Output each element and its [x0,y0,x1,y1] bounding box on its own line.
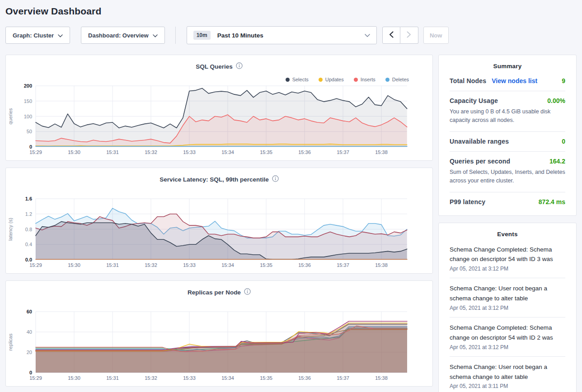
legend-dot-icon [354,78,358,82]
view-nodes-link[interactable]: View nodes list [492,77,537,84]
chevron-down-icon [153,32,158,39]
event-item[interactable]: Schema Change: User root began a schema … [450,278,565,317]
dashboard-content: SQL Queries SelectsUpdatesInsertsDeletes… [5,55,577,392]
legend-item[interactable]: Inserts [354,77,375,82]
stat-value: 0 [562,138,565,145]
info-icon[interactable] [236,62,243,70]
events-panel: Events Schema Change Completed: Schema c… [438,223,577,392]
overview-dashboard-page: Overview Dashboard Graph: Cluster Dashbo… [0,0,582,392]
svg-text:15:38: 15:38 [375,262,388,268]
svg-text:0: 0 [29,144,32,149]
chart-title: SQL Queries [6,61,432,71]
svg-text:150: 150 [24,98,32,104]
service-latency-chart[interactable]: 0.00.40.81.21.615:2915:3015:3115:3215:33… [6,194,433,273]
stat-value: 0.00% [547,97,565,104]
legend-label: Inserts [361,77,375,82]
event-item[interactable]: Schema Change Completed: Schema change o… [450,239,565,279]
svg-text:15:32: 15:32 [145,149,157,155]
chart-legend: SelectsUpdatesInsertsDeletes [286,77,409,82]
stat-label: Unavailable ranges [450,138,509,145]
event-item[interactable]: Schema Change: User root began a schema … [450,357,565,392]
svg-text:15:33: 15:33 [183,375,196,381]
legend-dot-icon [319,78,323,82]
time-range-badge: 10m [193,31,211,40]
stat-description: You are using 0 B of 4.5 GiB usable disk… [450,107,565,125]
svg-text:15:34: 15:34 [221,262,234,268]
svg-text:15:32: 15:32 [145,375,157,381]
summary-title: Summary [439,55,576,71]
event-item[interactable]: Schema Change Completed: Schema change o… [450,317,565,357]
graph-dropdown[interactable]: Graph: Cluster [5,27,70,44]
chevron-down-icon [58,32,63,39]
chart-title-text: Service Latency: SQL, 99th percentile [160,176,269,183]
svg-text:15:31: 15:31 [106,149,119,155]
svg-text:15:29: 15:29 [29,262,42,268]
event-text: Schema Change Completed: Schema change o… [450,245,565,265]
time-range-selector[interactable]: 10m Past 10 Minutes [187,26,377,44]
chart-panel-service-latency: Service Latency: SQL, 99th percentile 0.… [5,168,433,274]
chart-panel-replicas-per-node: Replicas per Node 020406015:2915:3015:31… [5,280,433,387]
events-list: Schema Change Completed: Schema change o… [439,239,576,392]
dashboard-dropdown[interactable]: Dashboard: Overview [81,27,165,44]
chart-title: Replicas per Node [6,287,432,297]
svg-text:15:36: 15:36 [298,375,311,381]
svg-text:15:37: 15:37 [337,149,349,155]
replicas-per-node-chart[interactable]: 020406015:2915:3015:3115:3215:3315:3415:… [6,307,433,386]
svg-text:20: 20 [27,350,32,355]
stat-label: Total Nodes [450,77,486,84]
svg-text:15:33: 15:33 [183,149,196,155]
event-text: Schema Change Completed: Schema change o… [450,323,565,343]
svg-text:15:36: 15:36 [298,149,311,155]
stat-description: Sum of Selects, Updates, Inserts, and De… [450,168,565,186]
summary-stat: Capacity Usage0.00%You are using 0 B of … [450,91,565,132]
svg-text:15:31: 15:31 [106,262,119,268]
svg-text:0: 0 [29,370,32,375]
svg-text:15:36: 15:36 [298,262,311,268]
legend-item[interactable]: Updates [319,77,344,82]
svg-text:15:29: 15:29 [29,149,42,155]
svg-text:15:32: 15:32 [145,262,157,268]
svg-text:200: 200 [24,83,32,89]
chart-title-text: SQL Queries [196,63,233,70]
event-text: Schema Change: User root began a schema … [450,362,565,382]
stat-value: 9 [562,77,565,84]
svg-text:15:38: 15:38 [375,149,388,155]
info-icon[interactable] [244,288,251,296]
legend-item[interactable]: Deletes [385,77,409,82]
stat-value: 872.4 ms [539,198,565,205]
event-timestamp: Apr 05, 2021 at 3:12 PM [450,305,565,311]
svg-text:100: 100 [24,114,32,119]
next-time-button[interactable] [400,27,418,44]
time-range-label: Past 10 Minutes [217,32,263,39]
sql-queries-chart[interactable]: 05010015020015:2915:3015:3115:3215:3315:… [6,81,433,160]
stat-label: P99 latency [450,198,485,205]
chevron-left-icon [389,31,394,39]
event-timestamp: Apr 05, 2021 at 3:12 PM [450,344,565,350]
svg-text:15:30: 15:30 [68,262,80,268]
svg-text:50: 50 [27,129,32,134]
svg-text:60: 60 [27,309,32,314]
svg-text:15:31: 15:31 [106,375,119,381]
page-title: Overview Dashboard [5,0,577,17]
stat-label: Capacity Usage [450,97,498,104]
legend-label: Deletes [392,77,409,82]
toolbar-divider [175,27,176,44]
svg-text:latency (s): latency (s) [8,218,13,241]
svg-text:15:30: 15:30 [68,149,80,155]
svg-text:15:35: 15:35 [260,262,272,268]
prev-time-button[interactable] [382,27,400,44]
svg-text:queries: queries [8,108,13,125]
legend-label: Updates [325,77,344,82]
summary-stats: Total NodesView nodes list9Capacity Usag… [439,71,576,215]
chart-title: Service Latency: SQL, 99th percentile [6,174,432,184]
chart-panel-sql-queries: SQL Queries SelectsUpdatesInsertsDeletes… [5,55,433,161]
legend-dot-icon [286,78,290,82]
chevron-right-icon [407,31,411,39]
svg-text:1.2: 1.2 [25,211,32,217]
now-button[interactable]: Now [423,27,449,44]
svg-text:15:37: 15:37 [337,262,349,268]
legend-item[interactable]: Selects [286,77,309,82]
svg-text:0.4: 0.4 [25,242,32,247]
info-icon[interactable] [272,175,279,183]
sidebar: Summary Total NodesView nodes list9Capac… [438,55,577,392]
